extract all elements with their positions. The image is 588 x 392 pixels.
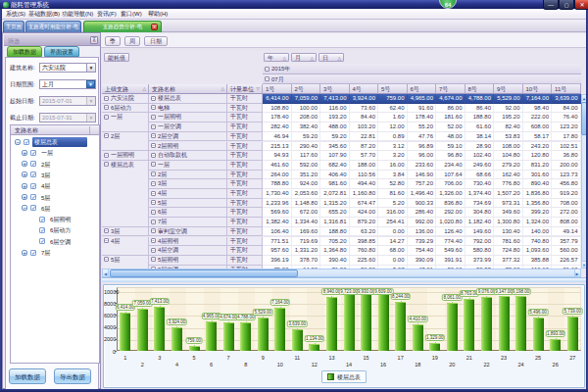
tab-3[interactable]: 支路趋势分析-电x [83, 21, 162, 32]
value-cell[interactable]: 107.64 [436, 171, 466, 180]
value-cell[interactable]: 264.00 [263, 171, 292, 180]
value-cell[interactable]: 136.00 [408, 227, 437, 237]
bar-day-22[interactable] [481, 297, 492, 351]
value-cell[interactable]: 290.40 [292, 142, 321, 152]
value-cell[interactable]: 279.20 [494, 161, 523, 171]
value-cell[interactable]: 0.00 [378, 227, 408, 237]
row-unit-cell[interactable]: 千瓦时 [227, 132, 263, 142]
value-cell[interactable]: 1,324.00 [523, 218, 553, 227]
value-cell[interactable]: 831.20 [523, 161, 553, 171]
value-cell[interactable]: 730.40 [466, 179, 495, 189]
value-cell[interactable]: 957.60 [263, 246, 292, 256]
value-cell[interactable]: 162.40 [494, 171, 523, 180]
value-cell[interactable]: 7,413.00 [320, 94, 350, 104]
value-cell[interactable]: 357.79 [552, 237, 581, 247]
value-cell[interactable]: 73.60 [350, 104, 379, 114]
row-field-计量单位[interactable]: 计量单位▽ [227, 84, 263, 94]
value-cell[interactable]: 1,507.20 [494, 189, 523, 199]
value-cell[interactable]: 3.84 [378, 171, 408, 180]
value-cell[interactable]: 108.00 [494, 142, 523, 152]
tab-2[interactable]: 支路逐时用能分析-电 [25, 21, 81, 32]
menu-item-4[interactable]: 资讯(F) [95, 10, 119, 19]
data-field-button[interactable]: 能耗值 [104, 53, 129, 62]
tree-checkbox[interactable]: ✓ [30, 172, 36, 177]
field-input-2[interactable]: 上月▼ [39, 79, 96, 89]
value-cell[interactable]: 1,160.80 [350, 189, 379, 199]
sidebar-tab-1[interactable]: 加载数据 [7, 46, 42, 57]
value-cell[interactable]: 7,164.00 [523, 94, 553, 104]
value-cell[interactable]: 754.40 [408, 246, 437, 256]
value-cell[interactable]: 188.80 [466, 113, 495, 122]
collapse-icon[interactable]: − [151, 191, 156, 196]
value-cell[interactable]: 4,674.00 [436, 94, 466, 104]
value-cell[interactable]: 96.89 [408, 142, 437, 152]
value-cell[interactable]: 378.70 [292, 256, 321, 266]
collapse-icon[interactable]: − [104, 96, 109, 101]
value-cell[interactable]: 3.12 [378, 142, 408, 152]
value-cell[interactable]: 1,182.40 [466, 218, 495, 227]
value-cell[interactable]: 200.00 [552, 161, 581, 171]
row-branch-cell[interactable]: −3层 [149, 179, 227, 189]
value-cell[interactable]: 249.60 [466, 161, 495, 171]
value-cell[interactable]: 188.00 [350, 161, 379, 171]
value-cell[interactable]: 286.40 [408, 208, 437, 218]
tree-checkbox[interactable]: ✓ [30, 205, 36, 211]
row-unit-cell[interactable]: 千瓦时 [227, 246, 263, 256]
value-cell[interactable]: 292.00 [436, 208, 466, 218]
value-cell[interactable]: 36.80 [552, 151, 581, 161]
value-cell[interactable]: 373.99 [466, 256, 495, 266]
row-branch-cell[interactable]: −6层 [149, 208, 227, 218]
row-branch-cell[interactable]: −楼层总表 [149, 94, 227, 104]
value-cell[interactable]: 771.51 [263, 237, 292, 247]
collapse-icon[interactable]: − [104, 257, 109, 262]
value-cell[interactable]: 16.00 [378, 161, 408, 171]
value-cell[interactable]: 1,356.80 [523, 199, 553, 209]
value-cell[interactable]: 792.00 [466, 237, 495, 247]
tab-close-icon[interactable]: x [151, 24, 158, 30]
week-button[interactable]: 周 [124, 36, 140, 46]
value-cell[interactable]: 59.20 [292, 132, 321, 142]
collapse-icon[interactable]: − [151, 162, 156, 167]
column-header-11号[interactable]: 11号 [552, 84, 581, 94]
value-cell[interactable]: 739.29 [408, 237, 437, 247]
row-branch-cell[interactable]: −一层 [149, 161, 227, 171]
value-cell[interactable]: 682.40 [320, 161, 350, 171]
row-parent-cell[interactable]: −4层 [102, 237, 149, 256]
row-unit-cell[interactable]: 千瓦时 [227, 256, 263, 266]
value-cell[interactable]: 836.80 [436, 199, 466, 209]
row-unit-cell[interactable]: 千瓦时 [227, 218, 263, 227]
value-cell[interactable]: 399.20 [523, 208, 553, 218]
maximize-button[interactable]: ▢ [559, 0, 574, 10]
value-cell[interactable]: 396.19 [263, 256, 292, 266]
value-cell[interactable]: 774.40 [436, 237, 466, 247]
collapse-icon[interactable]: − [151, 228, 156, 233]
row-branch-cell[interactable]: −一层照明 [149, 113, 227, 122]
value-cell[interactable]: 740.80 [523, 237, 553, 247]
row-parent-cell[interactable]: −一层 [102, 113, 149, 131]
value-cell[interactable]: 254.41 [378, 218, 408, 227]
column-field-月[interactable]: 月△ [291, 53, 317, 62]
group-row-07月[interactable]: −07月 [263, 74, 581, 85]
collapse-icon[interactable]: − [151, 248, 156, 253]
tree-checkbox[interactable]: ✓ [30, 194, 36, 200]
row-unit-cell[interactable]: 千瓦时 [227, 122, 263, 132]
value-cell[interactable]: 96.00 [408, 151, 437, 161]
collapse-icon[interactable]: − [151, 115, 156, 120]
value-cell[interactable]: 14.27 [378, 237, 408, 247]
value-cell[interactable]: 398.85 [350, 237, 379, 247]
row-branch-cell[interactable]: −一层空调 [149, 122, 227, 132]
value-cell[interactable]: 1,334.40 [292, 218, 321, 227]
menu-item-3[interactable]: 功能导航(N) [60, 10, 95, 19]
row-branch-cell[interactable]: −4层空调 [149, 246, 227, 256]
value-cell[interactable]: 345.60 [320, 142, 350, 152]
value-cell[interactable]: 724.80 [494, 246, 523, 256]
value-cell[interactable]: 62.40 [378, 104, 408, 114]
bar-day-18[interactable] [413, 324, 423, 351]
bar-day-10[interactable] [274, 308, 285, 351]
column-header-4号[interactable]: 4号 [350, 84, 379, 94]
value-cell[interactable]: 890.40 [523, 179, 553, 189]
menu-item-5[interactable]: 窗口(W) [119, 10, 144, 19]
value-cell[interactable]: 49.14 [552, 227, 581, 237]
row-unit-cell[interactable]: 千瓦时 [227, 208, 263, 218]
load-data-button[interactable]: 加载数据 [9, 368, 46, 384]
